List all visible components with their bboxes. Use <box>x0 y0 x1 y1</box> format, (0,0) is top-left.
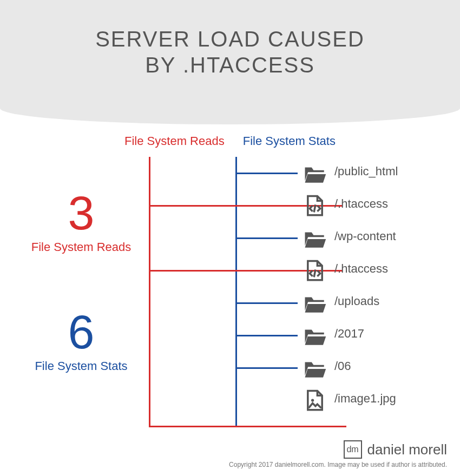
path-label: /2017 <box>334 327 364 341</box>
copyright-text: Copyright 2017 danielmorell.com. Image m… <box>229 461 447 468</box>
path-row: /uploads <box>38 287 438 319</box>
footer: dm daniel morell Copyright 2017 danielmo… <box>229 440 447 468</box>
path-row: /06 <box>38 352 438 384</box>
path-label: /06 <box>334 359 351 373</box>
image-file-icon <box>303 389 327 413</box>
path-label: /public_html <box>334 164 398 178</box>
stat-tick <box>237 237 298 239</box>
stat-tick <box>237 335 298 336</box>
author-brand: dm daniel morell <box>229 440 447 459</box>
title-line-1: SERVER LOAD CAUSED <box>95 27 365 51</box>
legend: File System Reads File System Stats <box>0 134 460 148</box>
path-label: /uploads <box>334 294 379 308</box>
diagram-stage: 3 File System Reads 6 File System Stats … <box>38 157 438 427</box>
code-file-icon <box>303 259 327 283</box>
path-row: /wp-content <box>38 222 438 254</box>
stat-tick <box>237 302 298 304</box>
path-row: /2017 <box>38 319 438 352</box>
path-row: /public_html <box>38 157 438 189</box>
legend-stats: File System Stats <box>243 134 336 148</box>
folder-open-icon <box>303 227 327 250</box>
author-logo-initials: dm <box>346 445 358 454</box>
path-rows: /public_html/.htaccess/wp-content/.htacc… <box>38 157 438 416</box>
folder-open-icon <box>303 356 327 380</box>
legend-reads: File System Reads <box>124 134 225 148</box>
path-label: /.htaccess <box>334 262 388 276</box>
folder-open-icon <box>303 324 327 348</box>
code-file-icon <box>303 194 327 218</box>
author-logo-icon: dm <box>344 440 362 459</box>
page-title: SERVER LOAD CAUSED BY .HTACCESS <box>0 26 460 78</box>
title-line-2: BY .HTACCESS <box>0 52 460 78</box>
path-row: /.htaccess <box>38 189 438 222</box>
path-row: /.htaccess <box>38 254 438 287</box>
path-label: /image1.jpg <box>334 392 396 406</box>
path-row: /image1.jpg <box>38 384 438 416</box>
stat-tick <box>237 173 298 174</box>
author-name: daniel morell <box>367 441 447 458</box>
path-label: /wp-content <box>334 229 396 243</box>
folder-open-icon <box>303 292 327 315</box>
reads-axis-horizontal <box>149 426 346 427</box>
folder-open-icon <box>303 162 327 186</box>
stat-tick <box>237 367 298 369</box>
path-label: /.htaccess <box>334 197 388 211</box>
